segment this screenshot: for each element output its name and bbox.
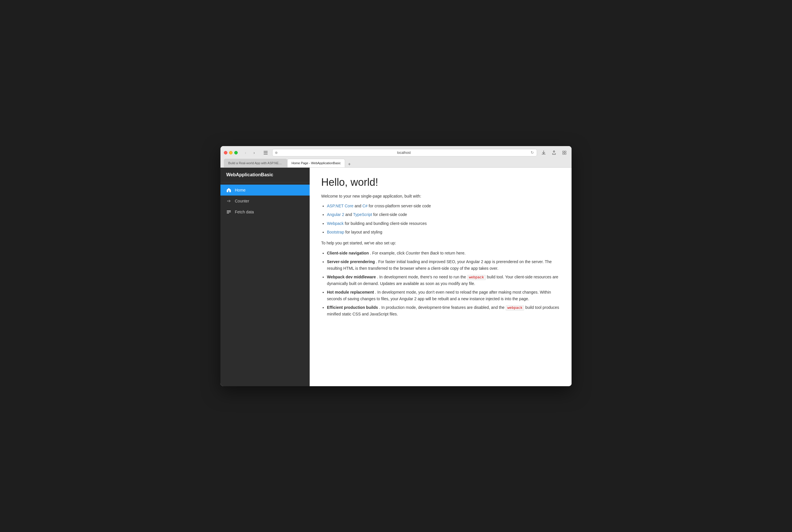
main-content: Hello, world! Welcome to your new single… [310, 168, 572, 386]
sidebar-nav: Home Counter [220, 182, 310, 220]
browser-tabs: Build a Real-world App with ASP.NET Core… [224, 159, 568, 167]
svg-rect-6 [565, 153, 566, 154]
svg-rect-8 [227, 212, 231, 212]
sidebar-item-counter-label: Counter [235, 199, 249, 203]
svg-rect-4 [565, 151, 566, 152]
share-button[interactable] [550, 150, 558, 156]
sidebar-item-fetch-data[interactable]: Fetch data [220, 207, 310, 217]
list-item-bootstrap: Bootstrap for layout and styling [327, 229, 560, 235]
webpack-link[interactable]: Webpack [327, 221, 344, 226]
intro-paragraph: Welcome to your new single-page applicat… [321, 193, 560, 199]
share-icon [552, 150, 556, 155]
browser-window: ‹ › ⊕ localhost ↻ [220, 146, 572, 386]
add-tab-button[interactable]: + [346, 161, 352, 167]
reload-button[interactable]: ↻ [530, 150, 534, 155]
list-item-hmr: Hot module replacement . In development … [327, 289, 560, 302]
sidebar-item-home[interactable]: Home [220, 185, 310, 195]
sidebar-item-fetch-data-label: Fetch data [235, 210, 254, 214]
sidebar: WebApplicationBasic Home [220, 168, 310, 386]
list-item-prod-builds: Efficient production builds . In product… [327, 304, 560, 317]
svg-rect-2 [264, 154, 268, 154]
new-tab-button[interactable] [560, 150, 568, 156]
app-layout: WebApplicationBasic Home [220, 168, 572, 386]
url-display: localhost [279, 151, 528, 155]
webpack-code-2: webpack [505, 305, 524, 310]
page-heading: Hello, world! [321, 176, 560, 188]
svg-rect-9 [227, 213, 229, 213]
svg-rect-3 [563, 151, 564, 152]
svg-rect-5 [563, 153, 564, 154]
nav-buttons: ‹ › [242, 150, 258, 156]
sidebar-item-home-label: Home [235, 188, 245, 192]
address-bar[interactable]: ⊕ localhost ↻ [272, 149, 537, 156]
features-list: Client-side navigation . For example, cl… [321, 250, 560, 318]
traffic-lights [224, 151, 238, 154]
list-item-aspnet: ASP.NET Core and C# for cross-platform s… [327, 203, 560, 209]
aspnet-link[interactable]: ASP.NET Core [327, 204, 353, 208]
download-button[interactable] [540, 150, 547, 156]
sidebar-toggle-button[interactable] [262, 150, 269, 156]
typescript-link[interactable]: TypeScript [353, 212, 372, 217]
browser-chrome: ‹ › ⊕ localhost ↻ [220, 146, 572, 168]
maximize-button[interactable] [234, 151, 238, 154]
sidebar-item-counter[interactable]: Counter [220, 195, 310, 207]
list-item-webpack-dev: Webpack dev middleware . In development … [327, 274, 560, 287]
back-button[interactable]: ‹ [242, 150, 249, 156]
list-item-ssr: Server-side prerendering . For faster in… [327, 259, 560, 271]
list-item-webpack: Webpack for building and bundling client… [327, 220, 560, 227]
svg-rect-1 [264, 152, 268, 153]
angular-link[interactable]: Angular 2 [327, 212, 344, 217]
forward-button[interactable]: › [251, 150, 258, 156]
tab-home[interactable]: Home Page - WebApplicationBasic [287, 159, 345, 167]
add-page-icon: ⊕ [275, 151, 278, 155]
counter-icon [226, 198, 232, 204]
sidebar-icon [264, 151, 268, 154]
tech-list: ASP.NET Core and C# for cross-platform s… [321, 203, 560, 235]
tab-udemy[interactable]: Build a Real-world App with ASP.NET Core… [224, 159, 287, 167]
close-button[interactable] [224, 151, 227, 154]
sidebar-brand: WebApplicationBasic [220, 168, 310, 182]
csharp-link[interactable]: C# [362, 204, 368, 208]
webpack-code-1: webpack [467, 275, 486, 280]
minimize-button[interactable] [229, 151, 233, 154]
titlebar: ‹ › ⊕ localhost ↻ [224, 149, 568, 156]
home-icon [226, 188, 232, 193]
bootstrap-link[interactable]: Bootstrap [327, 230, 344, 234]
new-tab-icon [562, 151, 566, 155]
download-icon [541, 150, 546, 155]
svg-rect-0 [264, 151, 268, 152]
list-item-angular: Angular 2 and TypeScript for client-side… [327, 211, 560, 218]
getting-started-paragraph: To help you get started, we've also set … [321, 240, 560, 246]
svg-rect-7 [227, 210, 231, 211]
fetch-data-icon [226, 209, 232, 214]
list-item-client-nav: Client-side navigation . For example, cl… [327, 250, 560, 256]
